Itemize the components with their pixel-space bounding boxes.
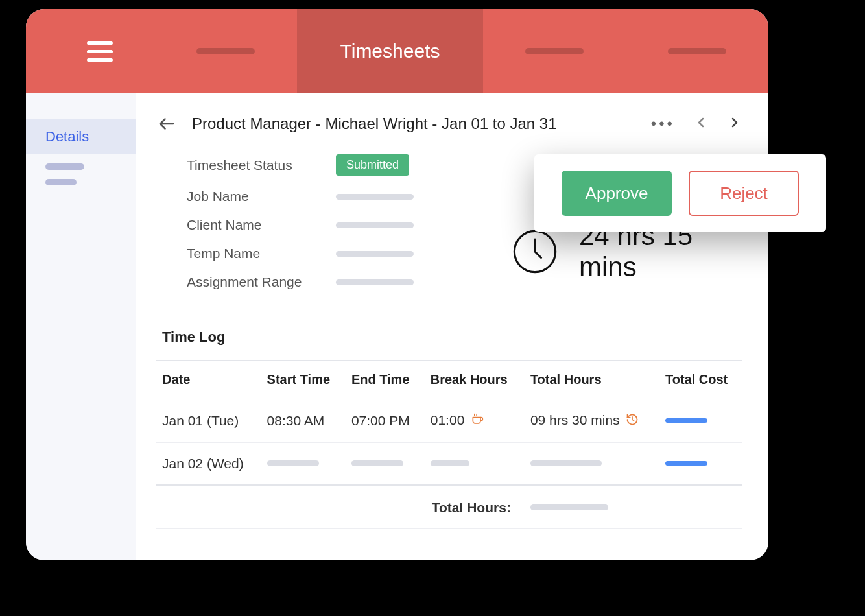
tab-placeholder xyxy=(525,48,584,54)
table-row[interactable]: Jan 02 (Wed) xyxy=(156,442,742,485)
status-row-temp-name: Temp Name xyxy=(187,246,472,261)
clock-icon xyxy=(510,227,560,276)
th-date: Date xyxy=(156,361,261,399)
approval-action-card: Approve Reject xyxy=(534,154,826,232)
status-value-placeholder xyxy=(336,279,414,285)
menu-icon[interactable] xyxy=(87,38,113,64)
cell-end xyxy=(345,442,424,485)
th-end: End Time xyxy=(345,361,424,399)
status-row-timesheet-status: Timesheet Status Submitted xyxy=(187,154,472,176)
cell-date: Jan 02 (Wed) xyxy=(156,442,261,485)
status-value-placeholder xyxy=(336,222,414,228)
approve-button[interactable]: Approve xyxy=(562,171,672,216)
chevron-right-icon[interactable] xyxy=(727,115,742,133)
cell-end: 07:00 PM xyxy=(345,399,424,443)
status-label: Job Name xyxy=(187,189,336,204)
cell-cost xyxy=(659,399,742,443)
page-header-actions: ••• xyxy=(651,115,742,133)
page-title: Product Manager - Michael Wright - Jan 0… xyxy=(192,115,637,133)
header-tab-timesheets[interactable]: Timesheets xyxy=(297,9,482,93)
status-value-placeholder xyxy=(336,251,414,257)
cell-start: 08:30 AM xyxy=(261,399,345,443)
sidebar: Details xyxy=(26,93,136,560)
footer-label: Total Hours: xyxy=(156,485,524,529)
status-label: Client Name xyxy=(187,217,336,233)
status-row-assignment-range: Assignment Range xyxy=(187,274,472,290)
footer-placeholder xyxy=(530,504,608,510)
app-header: Timesheets xyxy=(26,9,768,93)
tab-placeholder xyxy=(196,48,255,54)
cell-cost xyxy=(659,442,742,485)
th-start: Start Time xyxy=(261,361,345,399)
cell-date: Jan 01 (Tue) xyxy=(156,399,261,443)
timelog-table: Date Start Time End Time Break Hours Tot… xyxy=(156,360,742,529)
tab-placeholder xyxy=(668,48,726,54)
status-divider xyxy=(479,161,479,296)
more-icon[interactable]: ••• xyxy=(651,115,675,133)
cost-bar xyxy=(665,461,707,466)
table-header-row: Date Start Time End Time Break Hours Tot… xyxy=(156,361,742,399)
th-break: Break Hours xyxy=(424,361,524,399)
cell-break xyxy=(424,442,524,485)
back-arrow-icon[interactable] xyxy=(156,113,178,135)
header-tab-placeholder-right2[interactable] xyxy=(626,9,768,93)
cell-placeholder xyxy=(267,460,319,466)
app-window: Timesheets Details Product Manager - Mic… xyxy=(26,9,768,560)
status-value-placeholder xyxy=(336,194,414,200)
cell-break: 01:00 xyxy=(424,399,524,443)
chevron-left-icon[interactable] xyxy=(693,115,709,133)
cell-placeholder xyxy=(431,460,469,466)
status-row-client-name: Client Name xyxy=(187,217,472,233)
cell-start xyxy=(261,442,345,485)
sidebar-item-details[interactable]: Details xyxy=(26,119,136,154)
reject-button[interactable]: Reject xyxy=(689,171,799,216)
table-footer-row: Total Hours: xyxy=(156,485,742,529)
header-tab-placeholder-right1[interactable] xyxy=(483,9,626,93)
header-tab-placeholder-left[interactable] xyxy=(154,9,297,93)
table-row[interactable]: Jan 01 (Tue) 08:30 AM 07:00 PM 01:00 09 … xyxy=(156,399,742,443)
status-label: Timesheet Status xyxy=(187,158,336,173)
sidebar-item-placeholder[interactable] xyxy=(45,179,77,185)
cell-total xyxy=(524,442,659,485)
status-left: Timesheet Status Submitted Job Name Clie… xyxy=(187,154,472,303)
history-icon xyxy=(626,414,639,429)
cell-placeholder xyxy=(530,460,602,466)
th-total: Total Hours xyxy=(524,361,659,399)
cell-placeholder xyxy=(351,460,403,466)
cell-total: 09 hrs 30 mins xyxy=(524,399,659,443)
footer-total xyxy=(524,485,659,529)
th-cost: Total Cost xyxy=(659,361,742,399)
menu-slot xyxy=(26,9,154,93)
coffee-icon xyxy=(471,414,484,429)
cost-bar xyxy=(665,418,707,423)
status-label: Temp Name xyxy=(187,246,336,261)
status-badge: Submitted xyxy=(336,154,409,176)
status-label: Assignment Range xyxy=(187,274,336,290)
header-tab-bar: Timesheets xyxy=(26,9,768,93)
status-row-job-name: Job Name xyxy=(187,189,472,204)
page-header-row: Product Manager - Michael Wright - Jan 0… xyxy=(156,113,742,135)
sidebar-item-placeholder[interactable] xyxy=(45,163,84,170)
timelog-title: Time Log xyxy=(162,329,742,346)
